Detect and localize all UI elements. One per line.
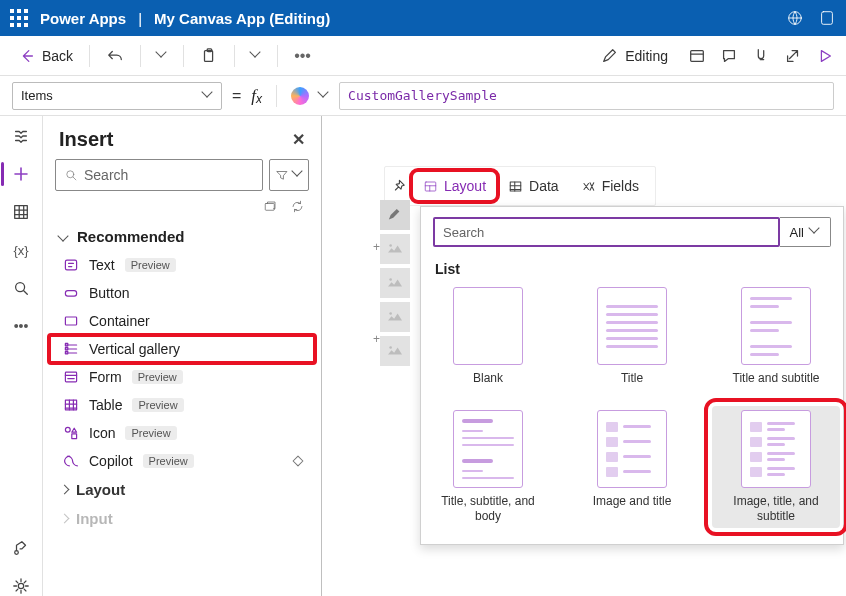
insert-item-text[interactable]: Text Preview bbox=[49, 251, 315, 279]
main-area: {x} ••• Insert ✕ Search bbox=[0, 116, 846, 596]
insert-item-form[interactable]: Form Preview bbox=[49, 363, 315, 391]
environment-icon[interactable] bbox=[786, 9, 804, 27]
insert-search-placeholder: Search bbox=[84, 167, 128, 183]
layout-card-label: Title and subtitle bbox=[733, 371, 820, 386]
property-name: Items bbox=[21, 88, 53, 103]
layout-card-title-subtitle[interactable]: Title and subtitle bbox=[712, 283, 840, 390]
refresh-icon[interactable] bbox=[290, 199, 305, 214]
tab-fields-label: Fields bbox=[602, 178, 639, 194]
insert-item-icon[interactable]: Icon Preview bbox=[49, 419, 315, 447]
preview-pill: Preview bbox=[125, 426, 176, 440]
close-icon[interactable]: ✕ bbox=[292, 130, 305, 149]
tab-fields[interactable]: Fields bbox=[573, 174, 647, 198]
pin-icon[interactable] bbox=[393, 178, 409, 194]
layout-filter-value: All bbox=[790, 225, 804, 240]
brand-bar: Power Apps | My Canvas App (Editing) bbox=[0, 0, 846, 36]
rail-search-icon[interactable] bbox=[11, 278, 31, 298]
rail-tree-icon[interactable] bbox=[11, 126, 31, 146]
layout-card-blank[interactable]: Blank bbox=[424, 283, 552, 390]
layout-card-title-subtitle-body[interactable]: Title, subtitle, and body bbox=[424, 406, 552, 528]
form-preview-icon[interactable] bbox=[688, 47, 706, 65]
insert-item-label: Button bbox=[89, 285, 129, 301]
share-icon[interactable] bbox=[784, 47, 802, 65]
tab-layout[interactable]: Layout bbox=[415, 174, 494, 198]
library-icon[interactable] bbox=[263, 199, 278, 214]
fx-label: fx bbox=[251, 86, 262, 106]
comments-icon[interactable] bbox=[720, 47, 738, 65]
svg-point-9 bbox=[67, 171, 74, 178]
undo-button[interactable] bbox=[100, 43, 130, 69]
insert-filter-button[interactable] bbox=[269, 159, 309, 191]
layout-search-input[interactable]: Search bbox=[433, 217, 780, 247]
command-bar: Back ••• Editing bbox=[0, 36, 846, 76]
svg-rect-2 bbox=[205, 50, 213, 61]
formula-input[interactable]: CustomGallerySample bbox=[339, 82, 834, 110]
editing-mode[interactable]: Editing bbox=[595, 43, 674, 69]
undo-dropdown[interactable] bbox=[151, 47, 173, 65]
preview-pill: Preview bbox=[125, 258, 176, 272]
insert-item-label: Icon bbox=[89, 425, 115, 441]
insert-item-label: Text bbox=[89, 257, 115, 273]
svg-rect-5 bbox=[15, 206, 28, 219]
section-input-label: Input bbox=[76, 510, 113, 527]
svg-rect-21 bbox=[425, 182, 436, 191]
left-rail: {x} ••• bbox=[0, 116, 42, 596]
help-icon[interactable] bbox=[818, 9, 836, 27]
layout-filter-select[interactable]: All bbox=[780, 217, 831, 247]
layout-card-label: Blank bbox=[473, 371, 503, 386]
section-recommended[interactable]: Recommended bbox=[49, 222, 315, 251]
layout-card-label: Image and title bbox=[593, 494, 672, 509]
svg-rect-17 bbox=[65, 372, 76, 382]
app-launcher-icon[interactable] bbox=[10, 9, 28, 27]
insert-item-table[interactable]: Table Preview bbox=[49, 391, 315, 419]
premium-icon bbox=[291, 454, 305, 468]
canvas-area: Layout Data Fields + + bbox=[322, 116, 846, 596]
rail-variables-icon[interactable]: {x} bbox=[11, 240, 31, 260]
formula-bar: Items = fx CustomGallerySample bbox=[0, 76, 846, 116]
checker-icon[interactable] bbox=[752, 47, 770, 65]
svg-rect-1 bbox=[822, 12, 833, 25]
copilot-fx-icon[interactable] bbox=[291, 87, 309, 105]
rail-data-icon[interactable] bbox=[11, 202, 31, 222]
rail-insert-icon[interactable] bbox=[11, 164, 31, 184]
copilot-fx-dropdown[interactable] bbox=[319, 91, 329, 101]
layout-card-label: Title, subtitle, and body bbox=[428, 494, 548, 524]
insert-item-vertical-gallery[interactable]: Vertical gallery bbox=[49, 335, 315, 363]
rail-settings-icon[interactable] bbox=[11, 576, 31, 596]
section-input[interactable]: Input bbox=[49, 504, 315, 533]
svg-rect-11 bbox=[65, 260, 76, 270]
play-icon[interactable] bbox=[816, 47, 834, 65]
rail-overflow-icon[interactable]: ••• bbox=[11, 316, 31, 336]
equals-sign: = bbox=[232, 87, 241, 105]
insert-search-input[interactable]: Search bbox=[55, 159, 263, 191]
preview-pill: Preview bbox=[132, 398, 183, 412]
section-layout[interactable]: Layout bbox=[49, 475, 315, 504]
svg-point-28 bbox=[389, 312, 392, 315]
rail-tools-icon[interactable] bbox=[11, 538, 31, 558]
section-layout-label: Layout bbox=[76, 481, 125, 498]
svg-rect-12 bbox=[65, 291, 76, 297]
layout-card-label: Title bbox=[621, 371, 643, 386]
paste-button[interactable] bbox=[194, 43, 224, 69]
overflow-button[interactable]: ••• bbox=[288, 43, 317, 69]
insert-item-copilot[interactable]: Copilot Preview bbox=[49, 447, 315, 475]
back-button[interactable]: Back bbox=[12, 43, 79, 69]
property-selector[interactable]: Items bbox=[12, 82, 222, 110]
layout-popover: Search All List Blank bbox=[420, 206, 844, 545]
svg-point-26 bbox=[389, 278, 392, 281]
layout-card-title[interactable]: Title bbox=[568, 283, 696, 390]
layout-card-label: Image, title, and subtitle bbox=[716, 494, 836, 524]
svg-rect-23 bbox=[386, 242, 404, 256]
gallery-context-bar: Layout Data Fields bbox=[384, 166, 656, 206]
svg-point-6 bbox=[16, 283, 25, 292]
insert-item-label: Copilot bbox=[89, 453, 133, 469]
layout-card-image-title[interactable]: Image and title bbox=[568, 406, 696, 528]
preview-pill: Preview bbox=[132, 370, 183, 384]
tab-data[interactable]: Data bbox=[500, 174, 567, 198]
formula-value: CustomGallerySample bbox=[348, 88, 497, 103]
paste-dropdown[interactable] bbox=[245, 47, 267, 65]
svg-point-30 bbox=[389, 346, 392, 349]
insert-item-container[interactable]: Container bbox=[49, 307, 315, 335]
insert-item-button[interactable]: Button bbox=[49, 279, 315, 307]
layout-card-image-title-subtitle[interactable]: Image, title, and subtitle bbox=[712, 406, 840, 528]
